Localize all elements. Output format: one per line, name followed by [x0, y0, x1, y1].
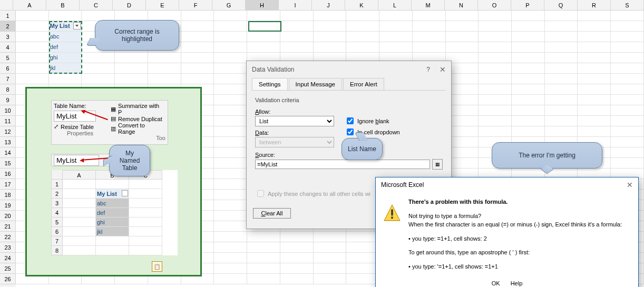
selectall-corner[interactable]	[0, 0, 13, 10]
mini-cell[interactable]	[129, 180, 162, 189]
cell[interactable]	[214, 95, 247, 105]
cell[interactable]	[214, 274, 247, 284]
cell[interactable]	[413, 21, 446, 32]
column-header-M[interactable]: M	[412, 0, 445, 10]
cell[interactable]	[214, 116, 247, 126]
cell[interactable]	[512, 63, 545, 74]
cell[interactable]	[181, 42, 214, 53]
cell[interactable]	[314, 242, 347, 253]
cell[interactable]	[578, 63, 611, 74]
ignore-blank-checkbox[interactable]	[347, 117, 354, 124]
help-button[interactable]: Help	[511, 280, 523, 286]
cell[interactable]	[446, 11, 479, 21]
cell[interactable]	[214, 137, 247, 147]
cell[interactable]	[16, 63, 49, 74]
cell[interactable]	[413, 42, 446, 53]
tab-error-alert[interactable]: Error Alert	[343, 78, 384, 90]
table-name-input[interactable]	[54, 111, 96, 122]
tab-input-message[interactable]: Input Message	[289, 78, 342, 90]
cell[interactable]	[148, 74, 181, 84]
cell[interactable]	[379, 21, 413, 32]
mini-cell[interactable]	[129, 189, 162, 199]
cell[interactable]	[115, 63, 148, 74]
cell[interactable]	[280, 21, 314, 32]
cell[interactable]	[545, 84, 578, 95]
cell[interactable]	[181, 11, 214, 21]
cell[interactable]	[247, 242, 280, 253]
cell[interactable]	[16, 21, 49, 32]
row-header-17[interactable]: 17	[0, 179, 16, 190]
cell[interactable]	[479, 105, 512, 116]
cell[interactable]	[611, 147, 644, 158]
cell[interactable]	[247, 232, 280, 242]
cell[interactable]	[479, 126, 512, 137]
cell[interactable]	[545, 105, 578, 116]
mini-cell[interactable]	[96, 246, 129, 255]
resize-table-button[interactable]: ⤢Resize Table	[54, 123, 101, 130]
cell[interactable]	[545, 74, 578, 84]
cell[interactable]	[545, 126, 578, 137]
row-header-6[interactable]: 6	[0, 63, 16, 74]
cell[interactable]	[16, 74, 49, 84]
row-header-14[interactable]: 14	[0, 147, 16, 158]
cell[interactable]	[413, 32, 446, 42]
cell[interactable]	[446, 21, 479, 32]
cell[interactable]	[49, 74, 82, 84]
row-header-19[interactable]: 19	[0, 200, 16, 211]
cell[interactable]	[280, 232, 314, 242]
row-header-12[interactable]: 12	[0, 126, 16, 137]
column-header-R[interactable]: R	[578, 0, 611, 10]
cell[interactable]	[214, 21, 247, 32]
cell[interactable]	[611, 126, 644, 137]
cell[interactable]	[578, 74, 611, 84]
mini-col-header[interactable]: A	[63, 170, 96, 180]
cell[interactable]	[214, 63, 247, 74]
mini-cell[interactable]: jkl	[96, 227, 129, 236]
name-box-input[interactable]	[54, 155, 99, 166]
cell[interactable]	[479, 21, 512, 32]
cell[interactable]	[545, 63, 578, 74]
cell[interactable]	[247, 21, 280, 32]
cell[interactable]	[247, 42, 280, 53]
cell[interactable]	[413, 11, 446, 21]
paste-options-smarttag[interactable]: 📋	[152, 261, 162, 272]
cell[interactable]	[214, 11, 247, 21]
column-header-C[interactable]: C	[80, 0, 113, 10]
cell[interactable]	[214, 126, 247, 137]
cell[interactable]	[611, 95, 644, 105]
mini-cell[interactable]	[129, 217, 162, 227]
cell[interactable]	[16, 42, 49, 53]
cell[interactable]	[314, 11, 347, 21]
mini-row-header[interactable]: 8	[51, 246, 63, 255]
cell[interactable]	[82, 11, 115, 21]
cell[interactable]	[611, 53, 644, 63]
cell[interactable]	[578, 11, 611, 21]
cell[interactable]	[512, 95, 545, 105]
mini-cell[interactable]: ghi	[96, 217, 129, 227]
cell[interactable]: ghi	[49, 53, 82, 63]
cell[interactable]	[379, 32, 413, 42]
cell[interactable]	[578, 42, 611, 53]
cell[interactable]	[314, 232, 347, 242]
column-header-J[interactable]: J	[312, 0, 345, 10]
column-header-F[interactable]: F	[179, 0, 212, 10]
cell[interactable]: My List	[49, 21, 82, 32]
cell[interactable]	[280, 253, 314, 263]
cell[interactable]	[346, 21, 379, 32]
cell[interactable]	[379, 42, 413, 53]
cell[interactable]	[578, 116, 611, 126]
cell[interactable]	[346, 42, 379, 53]
remove-duplicates-button[interactable]: ▤Remove Duplicat	[111, 115, 162, 122]
row-header-1[interactable]: 1	[0, 11, 16, 21]
cell[interactable]	[16, 11, 49, 21]
cell[interactable]	[346, 232, 379, 242]
cell[interactable]	[82, 53, 115, 63]
cell[interactable]	[611, 42, 644, 53]
mini-cell[interactable]	[63, 189, 96, 199]
cell[interactable]	[578, 84, 611, 95]
row-header-2[interactable]: 2	[0, 21, 16, 32]
cell[interactable]	[214, 147, 247, 158]
cell[interactable]	[512, 53, 545, 63]
row-header-16[interactable]: 16	[0, 169, 16, 179]
cell[interactable]	[545, 21, 578, 32]
